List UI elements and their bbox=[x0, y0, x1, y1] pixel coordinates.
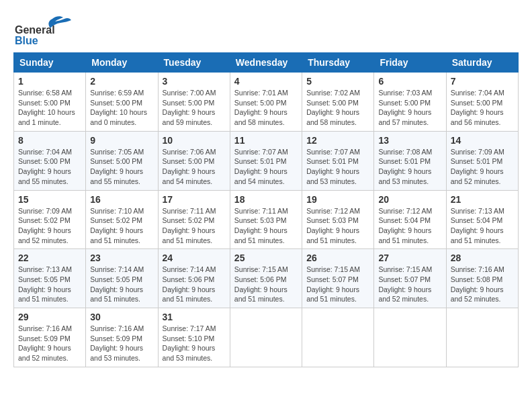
day-number: 12 bbox=[306, 135, 369, 146]
day-of-week-wednesday: Wednesday bbox=[230, 53, 302, 73]
calendar-cell: 27Sunrise: 7:15 AMSunset: 5:07 PMDayligh… bbox=[374, 249, 446, 308]
calendar-cell: 12Sunrise: 7:07 AMSunset: 5:01 PMDayligh… bbox=[302, 131, 374, 190]
calendar-week-5: 29Sunrise: 7:16 AMSunset: 5:09 PMDayligh… bbox=[14, 308, 519, 367]
calendar-cell: 19Sunrise: 7:12 AMSunset: 5:03 PMDayligh… bbox=[302, 190, 374, 249]
day-of-week-saturday: Saturday bbox=[446, 53, 518, 73]
day-info: Sunrise: 7:16 AMSunset: 5:09 PMDaylight:… bbox=[18, 324, 81, 363]
page-header: General Blue bbox=[13, 13, 519, 46]
calendar-table: SundayMondayTuesdayWednesdayThursdayFrid… bbox=[13, 52, 519, 367]
day-number: 11 bbox=[234, 135, 298, 146]
day-number: 16 bbox=[90, 194, 153, 205]
day-of-week-friday: Friday bbox=[374, 53, 446, 73]
day-number: 8 bbox=[18, 135, 81, 146]
day-number: 24 bbox=[163, 253, 226, 263]
day-number: 7 bbox=[451, 76, 514, 87]
day-number: 4 bbox=[234, 76, 298, 87]
day-info: Sunrise: 7:16 AMSunset: 5:08 PMDaylight:… bbox=[451, 265, 514, 304]
calendar-cell: 10Sunrise: 7:06 AMSunset: 5:00 PMDayligh… bbox=[158, 131, 230, 190]
calendar-week-2: 8Sunrise: 7:04 AMSunset: 5:00 PMDaylight… bbox=[14, 131, 519, 190]
calendar-cell: 1Sunrise: 6:58 AMSunset: 5:00 PMDaylight… bbox=[14, 73, 86, 132]
day-info: Sunrise: 7:14 AMSunset: 5:06 PMDaylight:… bbox=[163, 265, 226, 304]
calendar-cell: 6Sunrise: 7:03 AMSunset: 5:00 PMDaylight… bbox=[374, 73, 446, 132]
day-of-week-monday: Monday bbox=[86, 53, 158, 73]
day-info: Sunrise: 7:10 AMSunset: 5:02 PMDaylight:… bbox=[90, 206, 153, 246]
day-info: Sunrise: 7:15 AMSunset: 5:07 PMDaylight:… bbox=[378, 265, 441, 304]
calendar-cell: 5Sunrise: 7:02 AMSunset: 5:00 PMDaylight… bbox=[302, 73, 374, 132]
calendar-cell bbox=[374, 308, 446, 367]
calendar-cell: 11Sunrise: 7:07 AMSunset: 5:01 PMDayligh… bbox=[230, 131, 302, 190]
day-number: 17 bbox=[163, 194, 226, 205]
day-info: Sunrise: 7:14 AMSunset: 5:05 PMDaylight:… bbox=[90, 265, 153, 304]
day-number: 30 bbox=[90, 312, 153, 322]
svg-text:General: General bbox=[15, 24, 55, 36]
svg-text:Blue: Blue bbox=[15, 35, 38, 46]
day-number: 6 bbox=[378, 76, 441, 87]
day-number: 25 bbox=[234, 253, 298, 263]
day-info: Sunrise: 7:04 AMSunset: 5:00 PMDaylight:… bbox=[451, 88, 514, 128]
day-number: 29 bbox=[18, 312, 81, 322]
calendar-cell: 28Sunrise: 7:16 AMSunset: 5:08 PMDayligh… bbox=[446, 249, 518, 308]
day-number: 20 bbox=[378, 194, 441, 205]
calendar-cell: 26Sunrise: 7:15 AMSunset: 5:07 PMDayligh… bbox=[302, 249, 374, 308]
logo: General Blue bbox=[13, 13, 74, 46]
day-info: Sunrise: 7:08 AMSunset: 5:01 PMDaylight:… bbox=[378, 147, 441, 187]
calendar-week-3: 15Sunrise: 7:09 AMSunset: 5:02 PMDayligh… bbox=[14, 190, 519, 249]
day-info: Sunrise: 7:11 AMSunset: 5:03 PMDaylight:… bbox=[234, 206, 298, 246]
calendar-cell: 18Sunrise: 7:11 AMSunset: 5:03 PMDayligh… bbox=[230, 190, 302, 249]
day-of-week-thursday: Thursday bbox=[302, 53, 374, 73]
calendar-cell: 9Sunrise: 7:05 AMSunset: 5:00 PMDaylight… bbox=[86, 131, 158, 190]
calendar-cell: 31Sunrise: 7:17 AMSunset: 5:10 PMDayligh… bbox=[158, 308, 230, 367]
day-info: Sunrise: 7:16 AMSunset: 5:09 PMDaylight:… bbox=[90, 324, 153, 363]
day-info: Sunrise: 7:11 AMSunset: 5:02 PMDaylight:… bbox=[163, 206, 226, 246]
day-info: Sunrise: 7:15 AMSunset: 5:06 PMDaylight:… bbox=[234, 265, 298, 304]
day-info: Sunrise: 7:15 AMSunset: 5:07 PMDaylight:… bbox=[306, 265, 369, 304]
calendar-cell: 24Sunrise: 7:14 AMSunset: 5:06 PMDayligh… bbox=[158, 249, 230, 308]
day-of-week-tuesday: Tuesday bbox=[158, 53, 230, 73]
calendar-cell: 14Sunrise: 7:09 AMSunset: 5:01 PMDayligh… bbox=[446, 131, 518, 190]
day-info: Sunrise: 7:06 AMSunset: 5:00 PMDaylight:… bbox=[163, 147, 226, 187]
calendar-cell: 30Sunrise: 7:16 AMSunset: 5:09 PMDayligh… bbox=[86, 308, 158, 367]
calendar-cell: 21Sunrise: 7:13 AMSunset: 5:04 PMDayligh… bbox=[446, 190, 518, 249]
day-info: Sunrise: 7:01 AMSunset: 5:00 PMDaylight:… bbox=[234, 88, 298, 128]
day-number: 23 bbox=[90, 253, 153, 263]
day-number: 1 bbox=[18, 76, 81, 87]
calendar-cell bbox=[446, 308, 518, 367]
day-number: 14 bbox=[451, 135, 514, 146]
calendar-cell: 29Sunrise: 7:16 AMSunset: 5:09 PMDayligh… bbox=[14, 308, 86, 367]
day-info: Sunrise: 7:07 AMSunset: 5:01 PMDaylight:… bbox=[306, 147, 369, 187]
day-of-week-sunday: Sunday bbox=[14, 53, 86, 73]
day-info: Sunrise: 7:17 AMSunset: 5:10 PMDaylight:… bbox=[163, 324, 226, 363]
day-number: 3 bbox=[163, 76, 226, 87]
day-number: 22 bbox=[18, 253, 81, 263]
calendar-cell: 3Sunrise: 7:00 AMSunset: 5:00 PMDaylight… bbox=[158, 73, 230, 132]
day-info: Sunrise: 7:12 AMSunset: 5:03 PMDaylight:… bbox=[306, 206, 369, 246]
day-info: Sunrise: 7:09 AMSunset: 5:01 PMDaylight:… bbox=[451, 147, 514, 187]
calendar-cell: 20Sunrise: 7:12 AMSunset: 5:04 PMDayligh… bbox=[374, 190, 446, 249]
day-number: 9 bbox=[90, 135, 153, 146]
day-number: 19 bbox=[306, 194, 369, 205]
day-info: Sunrise: 7:04 AMSunset: 5:00 PMDaylight:… bbox=[18, 147, 81, 187]
day-info: Sunrise: 6:59 AMSunset: 5:00 PMDaylight:… bbox=[90, 88, 153, 128]
calendar-cell: 23Sunrise: 7:14 AMSunset: 5:05 PMDayligh… bbox=[86, 249, 158, 308]
day-number: 27 bbox=[378, 253, 441, 263]
day-number: 5 bbox=[306, 76, 369, 87]
calendar-cell: 13Sunrise: 7:08 AMSunset: 5:01 PMDayligh… bbox=[374, 131, 446, 190]
calendar-cell: 25Sunrise: 7:15 AMSunset: 5:06 PMDayligh… bbox=[230, 249, 302, 308]
day-number: 31 bbox=[163, 312, 226, 322]
calendar-cell: 17Sunrise: 7:11 AMSunset: 5:02 PMDayligh… bbox=[158, 190, 230, 249]
day-info: Sunrise: 7:07 AMSunset: 5:01 PMDaylight:… bbox=[234, 147, 298, 187]
day-info: Sunrise: 6:58 AMSunset: 5:00 PMDaylight:… bbox=[18, 88, 81, 128]
day-number: 26 bbox=[306, 253, 369, 263]
calendar-cell: 16Sunrise: 7:10 AMSunset: 5:02 PMDayligh… bbox=[86, 190, 158, 249]
day-number: 28 bbox=[451, 253, 514, 263]
calendar-week-1: 1Sunrise: 6:58 AMSunset: 5:00 PMDaylight… bbox=[14, 73, 519, 132]
day-number: 15 bbox=[18, 194, 81, 205]
day-info: Sunrise: 7:02 AMSunset: 5:00 PMDaylight:… bbox=[306, 88, 369, 128]
day-info: Sunrise: 7:09 AMSunset: 5:02 PMDaylight:… bbox=[18, 206, 81, 246]
day-info: Sunrise: 7:00 AMSunset: 5:00 PMDaylight:… bbox=[163, 88, 226, 128]
calendar-cell bbox=[230, 308, 302, 367]
day-number: 13 bbox=[378, 135, 441, 146]
calendar-cell: 8Sunrise: 7:04 AMSunset: 5:00 PMDaylight… bbox=[14, 131, 86, 190]
day-number: 18 bbox=[234, 194, 298, 205]
day-info: Sunrise: 7:03 AMSunset: 5:00 PMDaylight:… bbox=[378, 88, 441, 128]
